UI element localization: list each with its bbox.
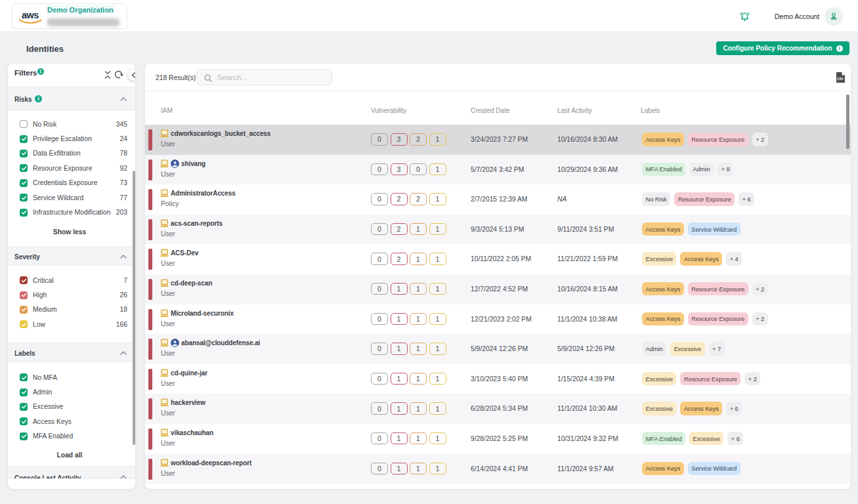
svg-text:CSV: CSV [837, 77, 844, 81]
